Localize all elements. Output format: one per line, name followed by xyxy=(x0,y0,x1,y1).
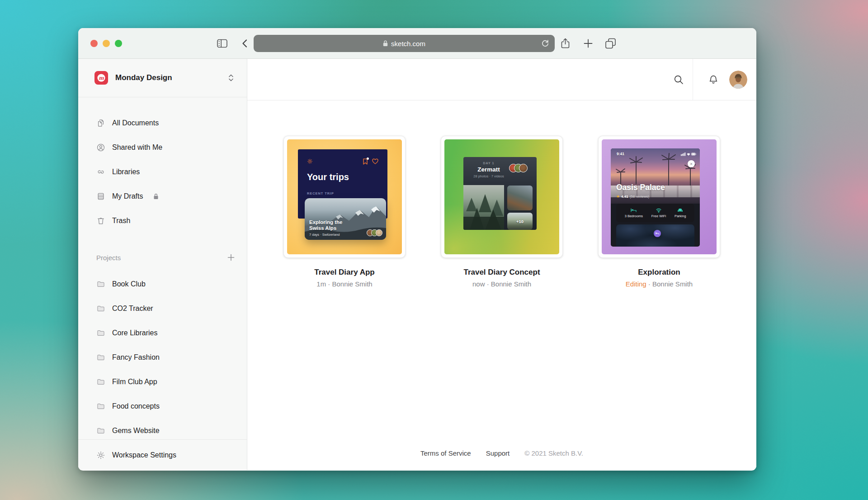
thumb-heart-icon xyxy=(372,158,378,165)
thumb-amenities-bar: 3 Bedrooms Free WiFi Parki xyxy=(616,204,694,222)
thumb-collaborator-avatars xyxy=(509,164,528,172)
document-card-travel-diary-app[interactable]: Your trips RECENT TRIP xyxy=(283,136,406,288)
browser-toolbar: sketch.com xyxy=(78,28,756,59)
share-button[interactable] xyxy=(561,38,570,49)
document-title: Exploration xyxy=(598,268,720,277)
documents-grid: Your trips RECENT TRIP xyxy=(247,100,756,470)
sidebar-item-all-documents[interactable]: All Documents xyxy=(78,111,247,135)
document-meta: Editing · Bonnie Smith xyxy=(598,280,720,288)
content-header xyxy=(247,59,756,100)
thumb-chalet-photo: +10 xyxy=(507,213,533,230)
thumb-place-name: Zermatt xyxy=(463,166,514,173)
bed-icon xyxy=(631,208,637,213)
thumb-close-icon: ✕ xyxy=(688,160,695,167)
sidebar-item-label: Trash xyxy=(112,217,130,225)
document-thumbnail: Your trips RECENT TRIP xyxy=(283,136,406,258)
thumb-map xyxy=(616,224,694,247)
main-content: Your trips RECENT TRIP xyxy=(247,59,756,470)
sidebar-item-label: Shared with Me xyxy=(112,143,162,152)
project-item[interactable]: Fancy Fashion xyxy=(78,345,247,370)
folder-icon xyxy=(96,426,105,435)
window-controls xyxy=(90,40,122,47)
folder-icon xyxy=(96,329,105,338)
sidebar-item-label: My Drafts xyxy=(112,192,143,200)
thumb-photo-collage: DAY 1 Zermatt 28 photos · 7 videos xyxy=(463,157,537,230)
support-link[interactable]: Support xyxy=(486,449,510,457)
project-item[interactable]: Core Libraries xyxy=(78,321,247,345)
thumb-heading: Your trips xyxy=(307,172,349,182)
thumb-rating: ★ 4.41 (58 reviews) xyxy=(616,194,649,199)
tab-overview-button[interactable] xyxy=(605,38,616,49)
copyright-text: © 2021 Sketch B.V. xyxy=(524,449,583,457)
editing-status: Editing xyxy=(626,280,646,288)
bell-icon xyxy=(708,74,719,85)
sidebar-item-trash[interactable]: Trash xyxy=(78,209,247,233)
link-loops-icon xyxy=(96,167,105,176)
workspace-logo: m xyxy=(94,71,108,85)
notifications-button[interactable] xyxy=(708,74,719,85)
desktop: { "browser": { "url": "sketch.com" }, "w… xyxy=(0,0,868,500)
workspace-settings-button[interactable]: Workspace Settings xyxy=(78,439,247,470)
thumb-gear-icon xyxy=(307,158,313,164)
header-divider xyxy=(693,59,693,100)
terms-of-service-link[interactable]: Terms of Service xyxy=(420,449,471,457)
url-text: sketch.com xyxy=(391,40,425,48)
new-tab-button[interactable] xyxy=(584,39,593,48)
project-label: Gems Website xyxy=(112,427,160,435)
lock-icon xyxy=(383,40,388,47)
notebook-icon xyxy=(96,192,105,201)
thumb-mountain-photo xyxy=(507,186,533,210)
sidebar-item-label: All Documents xyxy=(112,119,159,127)
project-label: Fancy Fashion xyxy=(112,353,160,362)
project-item[interactable]: Book Club xyxy=(78,272,247,296)
car-icon xyxy=(677,208,683,213)
sidebar-item-libraries[interactable]: Libraries xyxy=(78,160,247,184)
project-label: Book Club xyxy=(112,280,146,288)
folder-icon xyxy=(96,402,105,411)
thumb-forest-photo xyxy=(463,185,504,230)
reload-icon[interactable] xyxy=(540,38,551,50)
chevron-updown-icon[interactable] xyxy=(228,73,234,82)
lock-icon xyxy=(153,193,159,200)
thumb-recent-label: RECENT TRIP xyxy=(307,191,334,195)
person-circle-icon xyxy=(96,143,105,152)
document-card-travel-diary-concept[interactable]: DAY 1 Zermatt 28 photos · 7 videos xyxy=(441,136,563,288)
folder-icon xyxy=(96,280,105,289)
browser-window: sketch.com m Monday Design xyxy=(78,28,756,471)
sidebar-item-my-drafts[interactable]: My Drafts xyxy=(78,184,247,209)
user-avatar[interactable] xyxy=(729,71,747,89)
back-button[interactable] xyxy=(242,39,247,48)
add-project-button[interactable] xyxy=(227,253,235,262)
documents-icon xyxy=(96,119,105,128)
close-window-button[interactable] xyxy=(90,40,98,47)
project-label: Core Libraries xyxy=(112,329,157,337)
search-button[interactable] xyxy=(673,74,684,85)
thumb-hotel-name: Oasis Palace xyxy=(616,183,665,192)
sidebar-item-shared-with-me[interactable]: Shared with Me xyxy=(78,135,247,160)
project-item[interactable]: Food concepts xyxy=(78,394,247,419)
document-card-exploration[interactable]: 9:41 ✕ Oasis Palace xyxy=(598,136,720,288)
minimize-window-button[interactable] xyxy=(103,40,110,47)
address-bar[interactable]: sketch.com xyxy=(254,35,555,52)
document-title: Travel Diary App xyxy=(283,268,406,277)
document-thumbnail: 9:41 ✕ Oasis Palace xyxy=(598,136,720,258)
project-label: Food concepts xyxy=(112,402,160,410)
thumb-media-counts: 28 photos · 7 videos xyxy=(463,174,514,178)
thumb-phone-screen: 9:41 ✕ Oasis Palace xyxy=(611,148,700,247)
svg-text:m: m xyxy=(99,75,104,81)
sidebar-item-label: Libraries xyxy=(112,168,140,176)
project-item[interactable]: CO2 Tracker xyxy=(78,296,247,321)
thumb-bookmark-icon xyxy=(363,158,368,165)
trash-icon xyxy=(96,216,105,225)
workspace-switcher[interactable]: m Monday Design xyxy=(78,59,247,97)
search-icon xyxy=(673,74,684,85)
project-label: CO2 Tracker xyxy=(112,305,153,313)
thumb-more-count: +10 xyxy=(516,219,524,224)
map-pin-icon xyxy=(654,230,661,237)
project-item[interactable]: Film Club App xyxy=(78,370,247,394)
zoom-window-button[interactable] xyxy=(115,40,122,47)
thumb-trip-photo: Exploring theSwiss Alps 7 days · Switzer… xyxy=(305,198,386,240)
toggle-sidebar-button[interactable] xyxy=(217,39,227,48)
document-meta: now · Bonnie Smith xyxy=(441,280,563,288)
workspace-name: Monday Design xyxy=(115,73,221,82)
